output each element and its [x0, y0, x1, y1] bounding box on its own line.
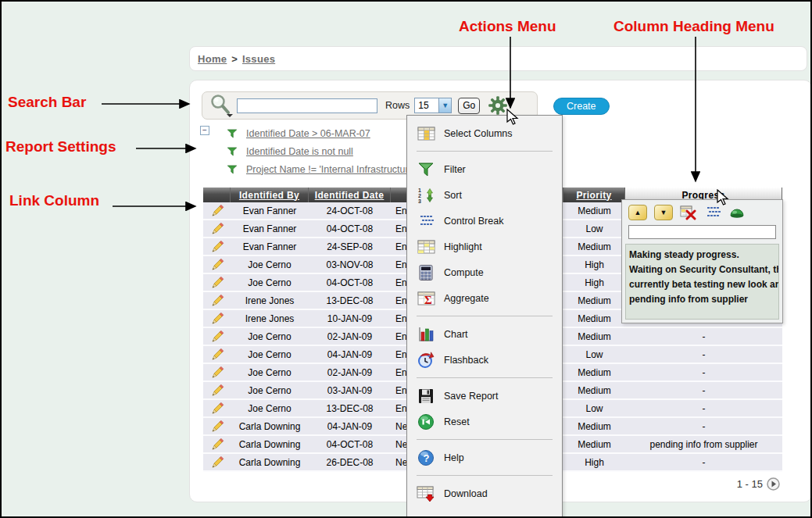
menu-item-help[interactable]: ?Help	[407, 445, 562, 470]
report-filter: Identified Date is not null	[223, 142, 409, 160]
sort-ascending-button[interactable]: ▲	[628, 205, 647, 220]
cell-priority: Medium	[563, 292, 625, 309]
flashback-icon	[417, 352, 435, 369]
column-header-priority[interactable]: Priority	[563, 188, 625, 202]
cell-priority: Medium	[563, 436, 625, 452]
cell-priority: Low	[563, 220, 625, 237]
menu-item-label: Select Columns	[444, 128, 513, 139]
go-button[interactable]: Go	[458, 98, 480, 114]
link-column-header	[203, 188, 231, 202]
cell-priority: Medium	[563, 328, 625, 345]
cell-identified-by: Evan Fanner	[231, 238, 309, 255]
annotation-column-heading-menu: Column Heading Menu	[613, 18, 774, 35]
annotation-search-bar: Search Bar	[8, 94, 86, 111]
search-input[interactable]	[237, 98, 377, 113]
edit-row-link[interactable]	[203, 238, 231, 255]
menu-item-download[interactable]: Download	[407, 480, 562, 506]
cell-identified-date: 04-JAN-09	[309, 346, 391, 363]
edit-row-link[interactable]	[203, 292, 231, 309]
remove-filter-button[interactable]	[680, 205, 697, 220]
pencil-icon	[208, 220, 227, 237]
menu-item-sort[interactable]: 123Sort	[407, 182, 562, 208]
cell-priority: Medium	[563, 364, 625, 380]
report-settings: Identified Date > 06-MAR-07Identified Da…	[223, 124, 409, 178]
edit-row-link[interactable]	[203, 202, 231, 219]
breadcrumb-link-home[interactable]: Home	[198, 53, 227, 65]
menu-item-select-columns[interactable]: Select Columns	[407, 120, 562, 146]
magnifier-icon	[209, 93, 234, 118]
column-heading-menu: ▲ ▼	[621, 199, 783, 323]
cell-identified-by: Irene Jones	[231, 310, 309, 327]
menu-item-highlight[interactable]: Highlight	[407, 234, 562, 259]
edit-row-link[interactable]	[203, 454, 231, 470]
cell-priority: Medium	[563, 202, 625, 219]
cell-identified-by: Joe Cerno	[231, 382, 309, 398]
column-filter-value[interactable]: Making steady progress.	[629, 248, 775, 263]
cell-identified-by: Joe Cerno	[231, 256, 309, 273]
collapse-report-settings-button[interactable]: −	[200, 126, 209, 135]
menu-item-reset[interactable]: Reset	[407, 409, 562, 434]
column-filter-value[interactable]: currently beta testing new look and	[629, 277, 775, 292]
column-filter-value[interactable]: pending info from supplier	[629, 292, 775, 307]
funnel-small-icon	[223, 161, 241, 178]
edit-row-link[interactable]	[203, 274, 231, 291]
edit-row-link[interactable]	[203, 310, 231, 327]
search-options-button[interactable]	[209, 93, 237, 118]
cell-priority: Medium	[563, 310, 625, 327]
menu-item-control-break[interactable]: Control Break	[407, 208, 562, 234]
edit-row-link[interactable]	[203, 256, 231, 273]
annotation-report-settings: Report Settings	[5, 138, 116, 155]
edit-row-link[interactable]	[203, 400, 231, 416]
edit-row-link[interactable]	[203, 346, 231, 363]
pencil-icon	[208, 238, 227, 255]
menu-item-filter[interactable]: Filter	[407, 156, 562, 182]
rows-select[interactable]: 15 ▼	[414, 98, 452, 113]
column-filter-input[interactable]	[628, 225, 776, 239]
column-header-identified-by[interactable]: Identified By	[231, 188, 309, 202]
flashlight-button[interactable]	[728, 205, 746, 220]
menu-divider	[417, 439, 553, 440]
column-header-identified-date[interactable]: Identified Date	[309, 188, 391, 202]
reset-icon	[417, 413, 435, 430]
next-page-icon[interactable]	[767, 477, 780, 491]
edit-row-link[interactable]	[203, 328, 231, 345]
control-break-button[interactable]	[704, 205, 721, 220]
edit-row-link[interactable]	[203, 436, 231, 452]
cell-identified-date: 03-NOV-08	[309, 256, 391, 273]
help-icon: ?	[417, 449, 435, 466]
menu-divider	[417, 377, 553, 378]
svg-text:1: 1	[418, 188, 421, 193]
filter-link-2[interactable]: Project Name != 'Internal Infrastructur	[246, 164, 409, 175]
menu-item-label: Highlight	[444, 241, 482, 252]
pencil-icon	[208, 454, 227, 470]
edit-row-link[interactable]	[203, 418, 231, 434]
cell-identified-date: 04-JAN-09	[309, 418, 391, 434]
edit-row-link[interactable]	[203, 382, 231, 398]
menu-item-aggregate[interactable]: ΣAggregate	[407, 285, 562, 311]
menu-item-save-report[interactable]: Save Report	[407, 383, 562, 409]
menu-item-flashback[interactable]: Flashback	[407, 347, 562, 373]
edit-row-link[interactable]	[203, 364, 231, 380]
edit-row-link[interactable]	[203, 220, 231, 237]
sort-icon: 123	[417, 187, 435, 204]
menu-item-chart[interactable]: Chart	[407, 321, 562, 347]
column-filter-value[interactable]: Waiting on Security Consultant, this	[629, 263, 775, 277]
actions-menu-button[interactable]	[488, 95, 508, 116]
gear-icon	[488, 95, 508, 116]
filter-link-1[interactable]: Identified Date is not null	[246, 146, 353, 157]
cell-identified-date: 02-JAN-09	[309, 364, 391, 380]
filter-icon	[417, 161, 435, 178]
cell-identified-date: 13-DEC-08	[309, 400, 391, 416]
annotation-link-column: Link Column	[9, 192, 99, 209]
column-filter-values: Making steady progress.Waiting on Securi…	[625, 244, 779, 320]
report-filter: Identified Date > 06-MAR-07	[223, 124, 409, 142]
filter-link-0[interactable]: Identified Date > 06-MAR-07	[246, 128, 370, 139]
cell-identified-by: Joe Cerno	[231, 274, 309, 291]
sort-descending-button[interactable]: ▼	[654, 205, 673, 220]
create-button[interactable]: Create	[553, 98, 610, 115]
cell-identified-date: 24-OCT-08	[309, 202, 391, 219]
menu-item-compute[interactable]: Compute	[407, 259, 562, 285]
cell-identified-by: Joe Cerno	[231, 364, 309, 380]
breadcrumb-link-issues[interactable]: Issues	[242, 53, 275, 65]
menu-item-label: Chart	[444, 329, 468, 340]
